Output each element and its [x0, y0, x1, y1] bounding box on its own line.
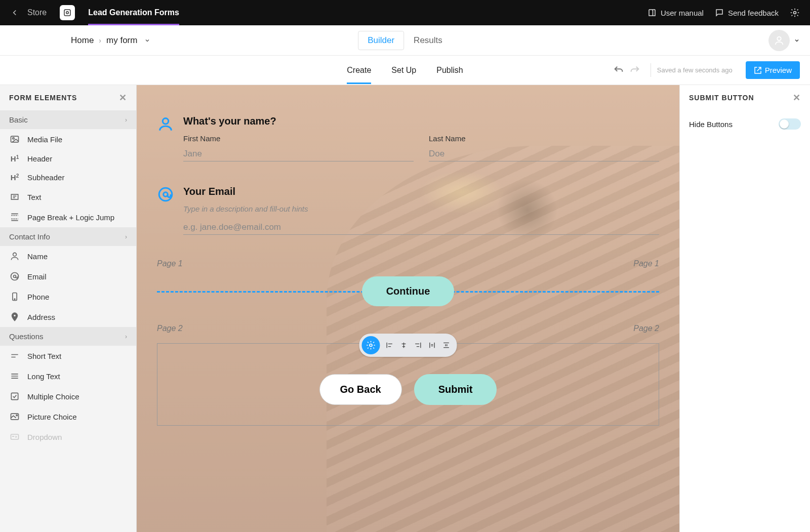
- undo-button[interactable]: [613, 65, 624, 76]
- distribute-h-icon[interactable]: [428, 341, 437, 350]
- email-block[interactable]: Your Email Type in a description and fil…: [157, 186, 659, 235]
- item-multiple-choice[interactable]: Multiple Choice: [0, 386, 136, 406]
- left-panel-title: FORM ELEMENTS: [9, 94, 77, 102]
- email-input[interactable]: [183, 220, 659, 235]
- svg-point-1: [66, 12, 69, 14]
- email-block-desc[interactable]: Type in a description and fill-out hints: [183, 204, 659, 213]
- page-break-icon: [9, 212, 20, 222]
- app-icon: [60, 5, 75, 20]
- section-basic-label: Basic: [9, 115, 28, 124]
- svg-rect-13: [11, 393, 18, 399]
- item-phone-label: Phone: [27, 293, 49, 301]
- align-center-h-icon[interactable]: [399, 341, 409, 350]
- go-back-button[interactable]: Go Back: [319, 374, 402, 405]
- svg-point-7: [13, 253, 17, 256]
- item-text-label: Text: [27, 193, 42, 201]
- long-text-icon: [9, 371, 20, 381]
- app-title: Lead Generation Forms: [88, 8, 179, 17]
- tab-publish[interactable]: Publish: [436, 57, 463, 84]
- avatar: [768, 30, 790, 51]
- svg-rect-0: [64, 10, 70, 16]
- header-icon: H1: [9, 154, 20, 163]
- first-name-input[interactable]: [183, 147, 414, 161]
- user-manual-link[interactable]: User manual: [647, 8, 704, 17]
- form-canvas[interactable]: What's your name? First Name Last Name: [137, 85, 679, 532]
- item-dropdown-label: Dropdown: [27, 433, 62, 441]
- svg-rect-4: [11, 136, 19, 142]
- item-text[interactable]: Text: [0, 187, 136, 207]
- element-settings-button[interactable]: [362, 336, 380, 354]
- chevron-right-icon: ›: [99, 36, 101, 45]
- short-text-icon: [9, 351, 20, 361]
- section-basic[interactable]: Basic ›: [0, 110, 136, 129]
- hide-buttons-label: Hide Buttons: [689, 120, 733, 129]
- phone-icon: [9, 292, 20, 302]
- redo-button[interactable]: [629, 65, 640, 76]
- item-media-file[interactable]: Media File: [0, 129, 136, 149]
- distribute-v-icon[interactable]: [442, 341, 451, 350]
- item-long-text[interactable]: Long Text: [0, 366, 136, 386]
- close-icon[interactable]: ✕: [793, 92, 801, 103]
- item-picture-choice-label: Picture Choice: [27, 413, 77, 421]
- align-right-icon[interactable]: [414, 341, 423, 350]
- item-dropdown[interactable]: Dropdown: [0, 427, 136, 447]
- align-left-icon[interactable]: [385, 341, 394, 350]
- name-block[interactable]: What's your name? First Name Last Name: [157, 115, 659, 161]
- breadcrumb-form-name[interactable]: my form: [106, 35, 137, 46]
- chevron-down-icon[interactable]: [144, 37, 150, 44]
- submit-section[interactable]: Go Back Submit: [157, 343, 659, 426]
- user-manual-label: User manual: [661, 9, 704, 17]
- item-picture-choice[interactable]: Picture Choice: [0, 406, 136, 427]
- picture-choice-icon: [9, 412, 20, 422]
- item-email[interactable]: Email: [0, 266, 136, 287]
- section-contact-info[interactable]: Contact Info ›: [0, 227, 136, 246]
- back-arrow[interactable]: [10, 8, 19, 17]
- continue-button[interactable]: Continue: [362, 276, 455, 306]
- breadcrumb: Home › my form: [71, 35, 150, 46]
- last-name-input[interactable]: [429, 147, 659, 161]
- item-phone[interactable]: Phone: [0, 287, 136, 307]
- email-block-title[interactable]: Your Email: [183, 186, 659, 197]
- item-address-label: Address: [27, 313, 55, 321]
- person-icon: [9, 251, 20, 261]
- first-name-label: First Name: [183, 134, 414, 143]
- right-panel-title: SUBMIT BUTTON: [689, 94, 754, 102]
- tab-create[interactable]: Create: [347, 57, 371, 84]
- svg-point-12: [14, 314, 16, 316]
- name-block-title[interactable]: What's your name?: [183, 115, 659, 127]
- item-name[interactable]: Name: [0, 246, 136, 266]
- section-questions-label: Questions: [9, 332, 44, 341]
- store-link[interactable]: Store: [27, 8, 47, 17]
- svg-point-5: [13, 138, 14, 139]
- item-short-text[interactable]: Short Text: [0, 346, 136, 366]
- element-toolbar: [359, 334, 457, 357]
- page-break[interactable]: Continue: [157, 273, 659, 309]
- section-questions[interactable]: Questions ›: [0, 327, 136, 346]
- settings-icon[interactable]: [790, 8, 800, 18]
- item-short-text-label: Short Text: [27, 352, 61, 360]
- submit-button[interactable]: Submit: [414, 374, 497, 405]
- preview-button[interactable]: Preview: [746, 61, 800, 79]
- svg-point-3: [777, 36, 781, 40]
- item-header[interactable]: H1 Header: [0, 149, 136, 168]
- saved-status: Saved a few seconds ago: [651, 63, 739, 77]
- close-icon[interactable]: ✕: [119, 92, 127, 103]
- tab-builder[interactable]: Builder: [358, 31, 404, 50]
- hide-buttons-toggle[interactable]: [779, 118, 801, 130]
- breadcrumb-home[interactable]: Home: [71, 35, 94, 46]
- item-page-break[interactable]: Page Break + Logic Jump: [0, 207, 136, 227]
- tab-results[interactable]: Results: [404, 31, 452, 50]
- item-subheader[interactable]: H2 Subheader: [0, 168, 136, 187]
- svg-point-11: [14, 299, 15, 300]
- chevron-right-icon: ›: [125, 333, 127, 340]
- item-address[interactable]: Address: [0, 307, 136, 327]
- user-menu[interactable]: [768, 30, 800, 51]
- image-icon: [9, 134, 20, 144]
- person-icon: [157, 115, 174, 161]
- subheader-icon: H2: [9, 173, 20, 182]
- page1-label-left: Page 1: [157, 259, 183, 268]
- tab-setup[interactable]: Set Up: [391, 57, 416, 84]
- svg-point-17: [163, 118, 168, 124]
- send-feedback-link[interactable]: Send feedback: [715, 8, 779, 17]
- at-icon: [157, 186, 174, 235]
